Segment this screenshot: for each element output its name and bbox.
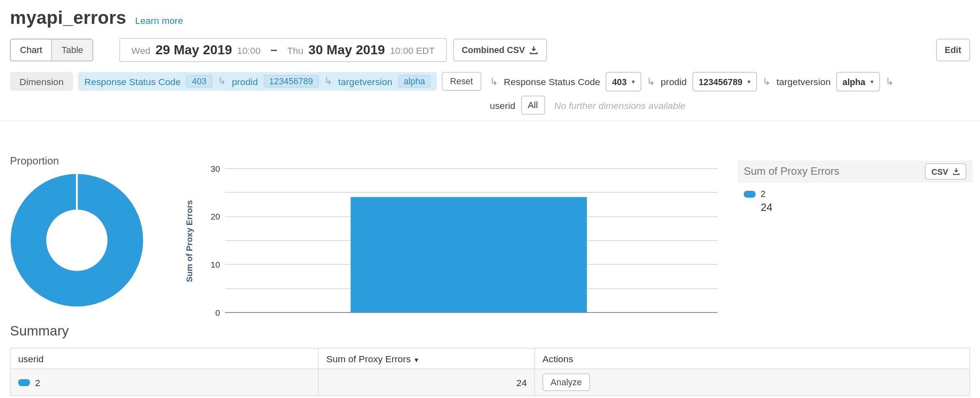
breadcrumb-value[interactable]: 123456789 [264,75,319,88]
userid-value: 2 [35,377,40,388]
legend-item[interactable]: 2 [744,189,966,199]
proportion-donut [11,174,143,307]
next-dimension-name: userid [490,100,515,111]
end-time: 10:00 EDT [390,45,435,56]
combined-csv-button[interactable]: Combined CSV [453,39,547,61]
breadcrumb-value[interactable]: 403 [186,75,212,88]
chart-table-toggle: Chart Table [10,39,93,61]
series-swatch [18,379,30,386]
edit-button[interactable]: Edit [936,39,970,61]
cell-actions: Analyze [535,369,970,396]
reset-button[interactable]: Reset [442,72,481,91]
analyze-button[interactable]: Analyze [543,373,590,391]
legend-title: Sum of Proxy Errors [744,165,840,178]
breadcrumb: Response Status Code 403 ↳ prodid 123456… [78,72,437,91]
gridline [225,168,718,169]
cell-userid: 2 [10,369,318,396]
breadcrumb-value[interactable]: alpha [398,75,431,88]
chevron-down-icon: ▾ [870,78,874,85]
drilldown-name: Response Status Code [504,76,600,87]
toolbar: Chart Table Wed 29 May 2019 10:00 – Thu … [10,38,970,62]
breadcrumb-name[interactable]: targetversion [338,76,392,87]
response-status-code-select[interactable]: 403 ▾ [606,72,641,91]
date-range-picker[interactable]: Wed 29 May 2019 10:00 – Thu 30 May 2019 … [120,38,447,62]
drilldown-arrow-icon: ↳ [324,76,332,86]
bar-series [351,197,587,312]
reset-label: Reset [450,76,473,86]
drilldown-arrow-icon: ↳ [647,76,655,86]
drilldown-row-next: userid All No further dimensions availab… [490,96,894,115]
legend-body: 2 24 [738,183,973,214]
donut-slice-gap [76,174,78,211]
summary-table: userid Sum of Proxy Errors▼ Actions 2 24 [10,348,970,396]
gridline [225,192,718,193]
end-date: 30 May 2019 [308,42,385,58]
analyze-label: Analyze [551,377,582,387]
date-range-separator: – [271,43,277,57]
chevron-down-icon: ▾ [632,78,635,85]
select-value: alpha [842,76,865,86]
select-value: 403 [612,76,627,86]
no-more-dimensions-message: No further dimensions available [554,100,686,111]
table-row: 2 24 Analyze [10,369,970,396]
start-day: Wed [131,45,151,56]
drilldown-arrow-icon: ↳ [218,76,226,86]
y-tick-label: 20 [200,213,220,221]
csv-button[interactable]: CSV [925,163,966,180]
drilldown-arrow-icon: ↳ [490,76,498,86]
page: myapi_errors Learn more Chart Table Wed … [0,0,980,398]
column-header-sum-label: Sum of Proxy Errors [327,353,411,364]
dimension-label: Dimension [10,72,73,91]
y-axis-label: Sum of Proxy Errors [182,169,196,313]
drilldown-name: targetversion [776,76,830,87]
drilldown-name: prodid [661,76,687,87]
legend-value: 24 [761,201,966,214]
dimension-breadcrumb-area: Dimension Response Status Code 403 ↳ pro… [10,72,481,91]
y-tick-label: 0 [200,309,220,317]
start-time: 10:00 [237,45,260,56]
drilldown-controls: ↳ Response Status Code 403 ▾ ↳ prodid 12… [490,72,894,114]
breadcrumb-name[interactable]: prodid [232,76,258,87]
proportion-label: Proportion [10,155,59,167]
charts-region: Proportion Sum of Proxy Errors 0102030 S… [0,121,980,322]
targetversion-select[interactable]: alpha ▾ [836,72,880,91]
header: myapi_errors Learn more [0,0,980,28]
dimension-bar: Dimension Response Status Code 403 ↳ pro… [10,72,970,114]
legend-panel: Sum of Proxy Errors CSV 2 24 [738,160,973,214]
legend-series-label: 2 [761,189,766,199]
bar-plot: 0102030 [225,169,718,313]
download-icon [952,168,960,175]
gridline [225,312,718,313]
select-value: 123456789 [699,76,743,86]
drilldown-arrow-icon: ↳ [762,76,771,86]
learn-more-link[interactable]: Learn more [135,15,183,26]
drilldown-row: ↳ Response Status Code 403 ▾ ↳ prodid 12… [490,72,894,91]
start-date: 29 May 2019 [155,42,232,58]
legend-header: Sum of Proxy Errors CSV [738,160,973,183]
summary-title: Summary [10,323,980,339]
chevron-down-icon: ▾ [748,78,751,85]
sort-caret-icon: ▼ [413,356,419,363]
combined-csv-label: Combined CSV [462,45,525,55]
chart-tab[interactable]: Chart [11,39,52,61]
page-title: myapi_errors [10,7,126,28]
column-header-userid: userid [10,348,318,369]
y-tick-label: 10 [200,261,220,269]
y-tick-label: 30 [200,165,220,174]
download-icon [529,46,538,54]
edit-label: Edit [945,45,961,55]
drilldown-arrow-icon: ↳ [886,76,894,86]
column-header-sum[interactable]: Sum of Proxy Errors▼ [319,348,535,369]
next-dimension-value-chip[interactable]: All [521,96,545,115]
csv-label: CSV [932,167,948,176]
column-header-actions: Actions [535,348,970,369]
donut-hole [46,210,108,271]
end-day: Thu [287,45,303,56]
prodid-select[interactable]: 123456789 ▾ [692,72,757,91]
table-header-row: userid Sum of Proxy Errors▼ Actions [10,348,970,369]
legend-swatch [744,190,756,197]
table-tab[interactable]: Table [51,39,92,61]
breadcrumb-name[interactable]: Response Status Code [84,76,181,87]
cell-sum: 24 [319,369,535,396]
